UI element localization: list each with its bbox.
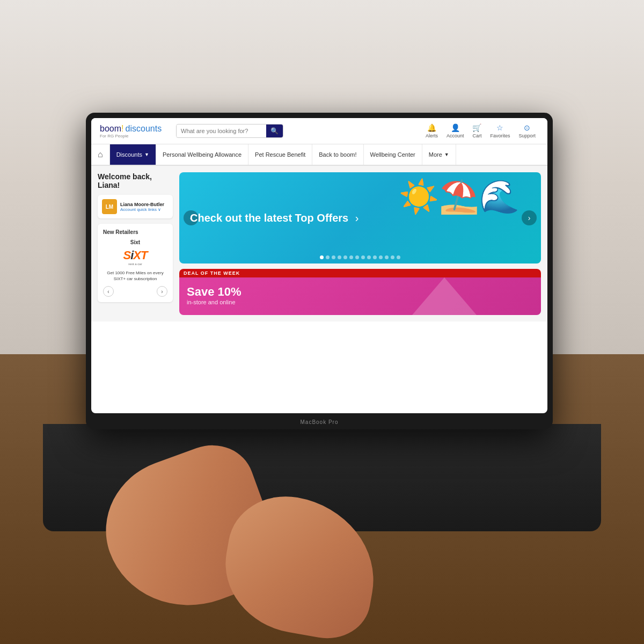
search-input[interactable]	[177, 125, 266, 137]
retailer-description: Get 1000 Free Miles on every SIXT+ car s…	[103, 270, 167, 282]
dot-10[interactable]	[373, 255, 377, 259]
dot-6[interactable]	[349, 255, 353, 259]
support-label: Support	[518, 133, 536, 138]
nav-back-label: Back to boom!	[319, 151, 356, 158]
alerts-icon: 🔔	[427, 123, 436, 132]
dot-1[interactable]	[320, 255, 324, 259]
nav-pet-label: Pet Rescue Benefit	[255, 151, 305, 158]
macbook-label: MacBook Pro	[300, 419, 338, 425]
search-button[interactable]: 🔍	[266, 125, 283, 137]
laptop-frame: boom! discounts For RG People 🔍 🔔 Alerts…	[86, 113, 553, 429]
hero-graphics: ☀️⛱️🌊	[399, 178, 519, 216]
sidebar-nav-arrows: ‹ ›	[103, 286, 167, 297]
nav-discounts[interactable]: Discounts ▼	[110, 144, 156, 165]
hero-banner: ‹ Check out the latest Top Offers › ☀️⛱️…	[179, 172, 541, 264]
nav-wellbeing-label: Wellbeing Center	[370, 151, 415, 158]
logo-boom: boom	[100, 124, 121, 133]
nav-wellbeing[interactable]: Wellbeing Center	[364, 144, 422, 165]
dot-2[interactable]	[326, 255, 330, 259]
dot-9[interactable]	[367, 255, 371, 259]
dot-12[interactable]	[385, 255, 389, 259]
account-nav-item[interactable]: 👤 Account	[443, 122, 467, 140]
hero-arrow: ›	[355, 212, 359, 224]
support-nav-item[interactable]: ⊙ Support	[515, 122, 539, 140]
favorites-label: Favorites	[490, 133, 510, 138]
logo[interactable]: boom! discounts For RG People	[100, 124, 170, 138]
alerts-nav-item[interactable]: 🔔 Alerts	[422, 122, 441, 140]
nav-pet[interactable]: Pet Rescue Benefit	[248, 144, 312, 165]
nav-more[interactable]: More ▼	[422, 144, 456, 165]
account-icon: 👤	[451, 123, 460, 132]
dot-8[interactable]	[361, 255, 365, 259]
user-name: Liana Moore-Butler	[120, 202, 164, 207]
hands	[0, 456, 644, 644]
hero-nav-right[interactable]: ›	[522, 210, 537, 225]
dot-13[interactable]	[391, 255, 394, 259]
user-info: Liana Moore-Butler Account quick links ∨	[120, 202, 164, 212]
nav-pwa-label: Personal Wellbeing Allowance	[163, 151, 241, 158]
nav-icons: 🔔 Alerts 👤 Account 🛒 Cart ☆ Favorites	[422, 122, 539, 140]
support-icon: ⊙	[524, 123, 530, 132]
nav-discounts-label: Discounts	[116, 151, 142, 158]
new-retailers-title: New Retailers	[103, 229, 167, 235]
site-header: boom! discounts For RG People 🔍 🔔 Alerts…	[91, 118, 547, 144]
deal-save: Save 10%	[187, 285, 533, 299]
deal-label: DEAL OF THE WEEK	[179, 269, 541, 277]
hero-dots	[320, 255, 400, 259]
nav-home[interactable]: ⌂	[91, 144, 110, 165]
nav-discounts-chevron: ▼	[144, 152, 149, 157]
retailer-name: Sixt	[103, 239, 167, 245]
deal-triangle	[412, 277, 477, 315]
laptop-screen-border: boom! discounts For RG People 🔍 🔔 Alerts…	[91, 118, 547, 413]
alerts-label: Alerts	[426, 133, 438, 138]
user-card[interactable]: LM Liana Moore-Butler Account quick link…	[98, 195, 173, 218]
dot-11[interactable]	[379, 255, 383, 259]
favorites-icon: ☆	[496, 123, 503, 132]
cart-icon: 🛒	[472, 123, 481, 132]
sidebar: Welcome back, Liana! LM Liana Moore-Butl…	[98, 172, 173, 315]
deal-banner: DEAL OF THE WEEK Save 10% in-store and o…	[179, 269, 541, 315]
nav-more-chevron: ▼	[444, 152, 449, 157]
deal-subtitle: in-store and online	[187, 299, 533, 305]
search-bar[interactable]: 🔍	[176, 124, 283, 138]
logo-discounts: discounts	[126, 124, 162, 133]
prev-retailer-button[interactable]: ‹	[103, 286, 114, 297]
account-quick-links[interactable]: Account quick links ∨	[120, 207, 164, 212]
laptop-screen: boom! discounts For RG People 🔍 🔔 Alerts…	[91, 118, 547, 413]
deal-content[interactable]: Save 10% in-store and online	[179, 277, 541, 315]
site-nav: ⌂ Discounts ▼ Personal Wellbeing Allowan…	[91, 144, 547, 166]
next-retailer-button[interactable]: ›	[157, 286, 167, 297]
welcome-text: Welcome back, Liana!	[98, 172, 173, 189]
nav-pwa[interactable]: Personal Wellbeing Allowance	[156, 144, 248, 165]
home-icon: ⌂	[98, 150, 103, 159]
dot-4[interactable]	[338, 255, 341, 259]
user-avatar: LM	[102, 199, 117, 214]
main-content: Welcome back, Liana! LM Liana Moore-Butl…	[91, 166, 547, 321]
logo-text: boom! discounts	[100, 124, 170, 134]
account-label: Account	[447, 133, 464, 138]
logo-tagline: For RG People	[100, 134, 170, 138]
cart-label: Cart	[472, 133, 481, 138]
nav-more-label: More	[429, 151, 442, 158]
sixt-logo-sub: rent a car	[103, 262, 167, 266]
dot-7[interactable]	[355, 255, 359, 259]
sixt-logo-text: SiXT	[123, 248, 148, 262]
dot-14[interactable]	[397, 255, 400, 259]
cart-nav-item[interactable]: 🛒 Cart	[469, 122, 485, 140]
hero-text: Check out the latest Top Offers	[190, 212, 348, 224]
dot-3[interactable]	[332, 255, 335, 259]
nav-back[interactable]: Back to boom!	[312, 144, 363, 165]
sixt-logo: SiXT rent a car	[103, 248, 167, 266]
main-area: ‹ Check out the latest Top Offers › ☀️⛱️…	[179, 172, 541, 315]
dot-5[interactable]	[343, 255, 347, 259]
favorites-nav-item[interactable]: ☆ Favorites	[487, 122, 513, 140]
new-retailers-panel: New Retailers Sixt SiXT rent a car Get 1…	[98, 224, 173, 302]
